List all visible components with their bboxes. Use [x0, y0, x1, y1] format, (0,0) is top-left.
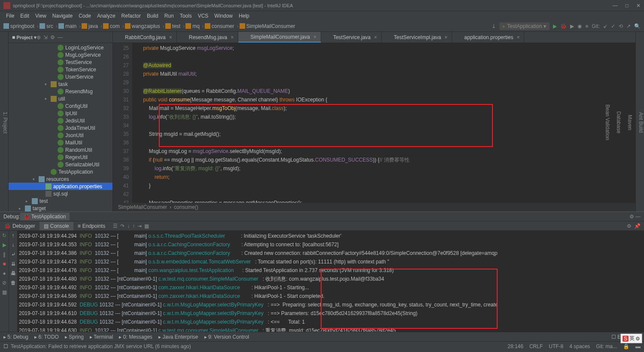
debug-gear-icon[interactable]: ⚙ — — [629, 214, 641, 220]
profile-icon[interactable]: ◉ — [577, 23, 582, 29]
menu-refactor[interactable]: Refactor — [119, 12, 143, 20]
bottom-tool[interactable]: ▸ 0: Messages — [119, 334, 152, 340]
menu-file[interactable]: File — [3, 12, 17, 20]
step-over-icon[interactable]: ↷ — [120, 223, 125, 229]
tree-node[interactable]: ▾task — [9, 80, 112, 88]
editor-tab[interactable]: TestServiceImpl.java× — [382, 32, 452, 43]
menu-code[interactable]: Code — [76, 12, 94, 20]
menu-build[interactable]: Build — [144, 12, 161, 20]
step-out-icon[interactable]: ↑ — [132, 223, 135, 229]
breadcrumb-item[interactable]: com — [103, 23, 120, 29]
pause-icon[interactable]: ‖ — [1, 251, 7, 257]
ime-indicator[interactable]: S英⚙ — [620, 334, 642, 343]
stop-icon[interactable]: ■ — [1, 261, 7, 267]
tree-node[interactable]: TestApplication — [9, 168, 112, 175]
menu-vcs[interactable]: VCS — [195, 12, 211, 20]
editor-breadcrumb[interactable]: SimpleMailConsumer›consume() — [113, 203, 635, 211]
tree-node[interactable]: SerializableUtil — [9, 161, 112, 168]
endpoints-tab[interactable]: ≡ Endpoints — [73, 222, 109, 230]
step-into-icon[interactable]: ↓ — [127, 223, 130, 229]
menu-tools[interactable]: Tools — [177, 12, 194, 20]
gear-icon[interactable]: ⚙ — [50, 34, 55, 40]
tree-node[interactable]: RegexUtil — [9, 153, 112, 161]
build-icon[interactable]: ⤓ — [492, 23, 496, 29]
tree-node[interactable]: JodaTimeUtil — [9, 124, 112, 132]
down-icon[interactable]: ↓ — [12, 242, 15, 248]
menu-navigate[interactable]: Navigate — [50, 12, 75, 20]
tab-close-icon[interactable]: × — [313, 34, 316, 40]
git-branch[interactable]: Git: ma... — [596, 343, 617, 349]
tab-close-icon[interactable]: × — [231, 34, 234, 40]
memory-icon[interactable]: ▬ — [635, 343, 641, 349]
breadcrumb-item[interactable]: src — [39, 23, 53, 29]
tab-close-icon[interactable]: × — [169, 34, 172, 40]
console-output[interactable]: 2019-07-18 19:19:44.294 INFO 10132 --- [… — [17, 231, 644, 332]
breadcrumb-item[interactable]: wangzaiplus — [125, 23, 160, 29]
tree-node[interactable]: JsonUtil — [9, 132, 112, 139]
settings-icon[interactable]: ⚙ — [627, 223, 632, 229]
breadcrumb-item[interactable]: SimpleMailConsumer — [240, 23, 295, 29]
tab-close-icon[interactable]: × — [516, 34, 519, 40]
tree-node[interactable]: application.properties — [9, 183, 112, 190]
rerun-icon[interactable]: ↻ — [1, 233, 7, 239]
line-separator[interactable]: CRLF — [529, 343, 543, 349]
scroll-icon[interactable]: ⇊ — [11, 261, 15, 267]
menu-run[interactable]: Run — [162, 12, 176, 20]
pin-icon[interactable]: 📌 — [634, 223, 641, 229]
breadcrumb-item[interactable]: consumer — [205, 23, 234, 29]
tab-close-icon[interactable]: × — [444, 34, 447, 40]
tree-node[interactable]: ▸test — [9, 197, 112, 205]
menu-analyze[interactable]: Analyze — [94, 12, 118, 20]
filter-icon[interactable]: ☰ — [113, 223, 118, 229]
mute-icon[interactable]: ⊘ — [1, 280, 7, 286]
git-update-icon[interactable]: ↙ — [603, 23, 608, 29]
tree-node[interactable]: sql.sql — [9, 190, 112, 197]
editor-tab[interactable]: TestService.java× — [321, 32, 382, 43]
git-push-icon[interactable]: ↗ — [626, 23, 631, 29]
breadcrumb-item[interactable]: java — [82, 23, 98, 29]
stop-icon[interactable]: ■ — [585, 23, 588, 29]
project-tree[interactable]: LoginLogServiceMsgLogServiceTestServiceT… — [9, 43, 112, 211]
git-commit-icon[interactable]: ✓ — [611, 23, 615, 29]
tree-node[interactable]: LoginLogService — [9, 44, 112, 51]
tree-node[interactable]: MsgLogService — [9, 51, 112, 58]
breadcrumb-item[interactable]: main — [58, 23, 76, 29]
editor-tab[interactable]: application.properties× — [452, 32, 524, 43]
status-icon[interactable]: ☐ — [3, 343, 8, 349]
tree-node[interactable]: TestService — [9, 58, 112, 66]
encoding[interactable]: UTF-8 — [549, 343, 563, 349]
breadcrumb-item[interactable]: test — [165, 23, 180, 29]
debugger-tab[interactable]: 🐞 Debugger — [0, 222, 39, 230]
ant-build-button[interactable]: Ant Build — [638, 112, 644, 133]
tree-node[interactable]: MailUtil — [9, 139, 112, 146]
tree-node[interactable]: RandomUtil — [9, 146, 112, 153]
coverage-icon[interactable]: ▶ — [570, 23, 574, 29]
debug-icon[interactable]: 🐞 — [560, 23, 567, 29]
editor-tab[interactable]: RabbitConfig.java× — [113, 32, 177, 43]
run-to-cursor-icon[interactable]: ⇥ — [137, 223, 142, 229]
code-content[interactable]: private MsgLogService msgLogService; @Au… — [132, 43, 635, 203]
hide-icon[interactable]: — — [58, 34, 63, 40]
indent[interactable]: 4 spaces — [569, 343, 590, 349]
tree-node[interactable]: TokenService — [9, 66, 112, 73]
run-icon[interactable]: ▶ — [553, 23, 557, 29]
collapse-icon[interactable]: ⇲ — [43, 34, 48, 40]
menu-view[interactable]: View — [33, 12, 49, 20]
tree-node[interactable]: ▸target — [9, 205, 112, 211]
run-config-selector[interactable]: ▸TestApplication▾ — [499, 22, 550, 30]
tree-node[interactable]: ▾util — [9, 95, 112, 102]
clear-icon[interactable]: 🗑 — [11, 280, 16, 286]
search-icon[interactable]: 🔍 — [634, 23, 641, 29]
tree-node[interactable]: JedisUtil — [9, 117, 112, 124]
bottom-tool[interactable]: ▸ Spring — [65, 334, 84, 340]
breakpoints-icon[interactable]: ● — [1, 270, 7, 276]
maximize-icon[interactable]: □ — [626, 3, 629, 9]
lock-icon[interactable]: 🔒 — [623, 343, 629, 349]
resume-icon[interactable]: ▶ — [1, 242, 7, 248]
up-icon[interactable]: ↑ — [12, 233, 15, 239]
console-tab[interactable]: ▤ Console — [39, 222, 73, 230]
tab-close-icon[interactable]: × — [374, 34, 377, 40]
layout-icon[interactable]: ▦ — [1, 289, 7, 295]
tree-node[interactable]: ▾resources — [9, 175, 112, 183]
bottom-tool[interactable]: ▸ Terminal — [90, 334, 113, 340]
